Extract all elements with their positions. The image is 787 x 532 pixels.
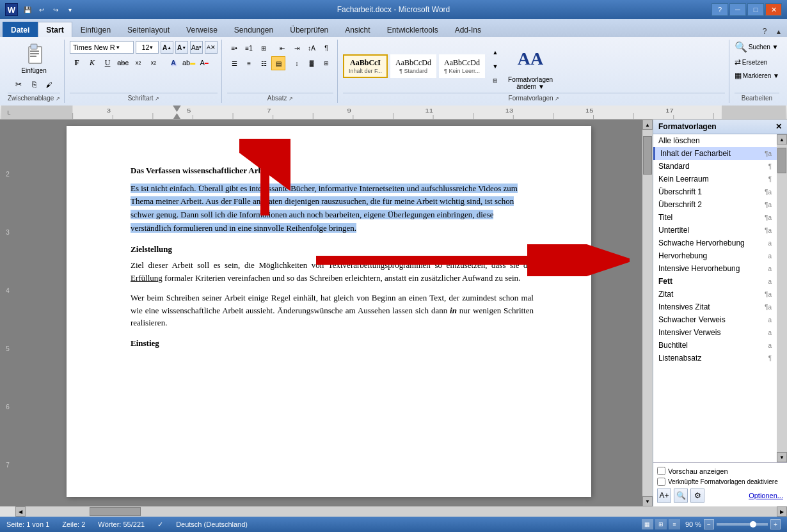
fv-item-hervorhebung[interactable]: Hervorhebung a xyxy=(653,249,777,262)
scroll-thumb[interactable] xyxy=(643,136,652,175)
decrease-indent-btn[interactable]: ⇤ xyxy=(275,41,289,55)
undo-quick-btn[interactable]: ↩ xyxy=(36,4,47,15)
maximize-btn[interactable]: □ xyxy=(747,3,764,16)
text-effects-btn[interactable]: A xyxy=(166,56,180,70)
formatvorlagen-aendern-label[interactable]: Formatvorlagenändern ▼ xyxy=(508,76,553,90)
gallery-up-btn[interactable]: ▲ xyxy=(489,46,502,59)
fv-item-standard[interactable]: Standard ¶ xyxy=(653,160,777,173)
paste-button[interactable]: Einfügen xyxy=(17,41,51,76)
scroll-down-btn[interactable]: ▼ xyxy=(642,496,653,506)
h-scroll-track[interactable] xyxy=(26,506,777,517)
fv-item-ueberschrift2[interactable]: Überschrift 2 ¶a xyxy=(653,198,777,211)
markieren-button[interactable]: ▦ Markieren ▼ xyxy=(735,71,779,80)
style-keinleerraum[interactable]: AaBbCcDd ¶ Kein Leerr... xyxy=(439,54,485,78)
tab-ueberpruefen[interactable]: Überprüfen xyxy=(282,22,337,37)
fv-scroll-up-btn[interactable]: ▲ xyxy=(777,134,787,145)
underline-button[interactable]: U xyxy=(100,56,115,70)
document-page[interactable]: Das Verfassen wissenschaftlicher Arbeite… xyxy=(67,126,591,497)
tab-einfuegen[interactable]: Einfügen xyxy=(72,22,119,37)
ribbon-collapse-icon[interactable]: ▲ xyxy=(773,26,784,37)
strikethrough-button[interactable]: abc xyxy=(116,56,130,70)
fv-item-titel[interactable]: Titel ¶a xyxy=(653,211,777,224)
align-right-btn[interactable]: ☷ xyxy=(257,56,271,70)
fv-item-fett[interactable]: Fett a xyxy=(653,275,777,288)
tab-verweise[interactable]: Verweise xyxy=(178,22,226,37)
font-increase-btn[interactable]: A▲ xyxy=(161,41,173,54)
fv-item-alle-loeschen[interactable]: Alle löschen xyxy=(653,134,777,147)
font-name-selector[interactable]: Times New R ▾ xyxy=(70,41,134,54)
verknuepft-checkbox[interactable] xyxy=(657,478,665,486)
fv-item-schwacher-verweis[interactable]: Schwacher Verweis a xyxy=(653,313,777,326)
style-inhalt[interactable]: AaBbCcI Inhalt der F... xyxy=(343,54,388,78)
zoom-increase-btn[interactable]: + xyxy=(770,519,781,529)
fv-manage-btn[interactable]: ⚙ xyxy=(690,489,704,503)
font-color-btn[interactable]: A▬ xyxy=(197,56,211,70)
tab-seitenlayout[interactable]: Seitenlayout xyxy=(119,22,178,37)
scroll-up-btn[interactable]: ▲ xyxy=(642,120,653,130)
fv-close-btn[interactable]: ✕ xyxy=(775,122,782,131)
fv-item-untertitel[interactable]: Untertitel ¶a xyxy=(653,224,777,237)
tab-start[interactable]: Start xyxy=(38,22,72,37)
customize-quick-btn[interactable]: ▾ xyxy=(64,4,76,15)
fv-scroll-thumb[interactable] xyxy=(777,148,786,173)
change-case-btn[interactable]: Aa▾ xyxy=(190,41,203,54)
fv-v-scrollbar[interactable]: ▲ ▼ xyxy=(777,134,787,462)
suchen-button[interactable]: 🔍 Suchen ▼ xyxy=(735,41,779,53)
h-scroll-left-btn[interactable]: ◀ xyxy=(15,506,26,517)
doc-v-scrollbar[interactable]: ▲ ▼ xyxy=(642,120,653,506)
show-marks-btn[interactable]: ¶ xyxy=(319,41,333,55)
minimize-btn[interactable]: ─ xyxy=(729,3,746,16)
list-bullet-btn[interactable]: ≡• xyxy=(227,41,241,55)
increase-indent-btn[interactable]: ⇥ xyxy=(290,41,304,55)
fv-inspect-btn[interactable]: 🔍 xyxy=(674,489,688,503)
font-decrease-btn[interactable]: A▼ xyxy=(175,41,188,54)
zoom-slider[interactable] xyxy=(717,523,768,526)
change-styles-btn[interactable]: AA xyxy=(514,43,546,75)
view-print-btn[interactable]: ▦ xyxy=(642,519,653,529)
shading-btn[interactable]: ▓ xyxy=(305,56,319,70)
clear-format-btn[interactable]: A✕ xyxy=(205,41,218,54)
h-scrollbar[interactable]: ◀ ▶ xyxy=(15,506,787,517)
highlight-color-btn[interactable]: ab▬ xyxy=(182,56,196,70)
format-painter-button[interactable]: 🖌 xyxy=(42,77,56,91)
tab-sendungen[interactable]: Sendungen xyxy=(226,22,282,37)
redo-quick-btn[interactable]: ↪ xyxy=(50,4,61,15)
save-quick-btn[interactable]: 💾 xyxy=(22,4,33,15)
ersetzen-button[interactable]: ⇄ Ersetzen xyxy=(735,58,779,66)
help-btn[interactable]: ? xyxy=(711,3,728,16)
h-scroll-right-btn[interactable]: ▶ xyxy=(777,506,787,517)
tab-entwicklertools[interactable]: Entwicklertools xyxy=(379,22,447,37)
borders-btn[interactable]: ⊞ xyxy=(319,56,333,70)
fv-scroll-track[interactable] xyxy=(777,145,787,452)
fv-new-style-btn[interactable]: A+ xyxy=(657,489,671,503)
status-spell-check[interactable]: ✓ xyxy=(157,520,163,529)
gallery-more-btn[interactable]: ⊞ xyxy=(489,74,502,87)
align-justify-btn[interactable]: ▤ xyxy=(271,56,285,70)
fv-item-zitat[interactable]: Zitat ¶a xyxy=(653,288,777,301)
superscript-button[interactable]: x2 xyxy=(147,56,161,70)
tab-ansicht[interactable]: Ansicht xyxy=(337,22,378,37)
italic-button[interactable]: K xyxy=(85,56,99,70)
ribbon-help-icon[interactable]: ? xyxy=(759,26,770,37)
scroll-track[interactable] xyxy=(642,130,653,496)
align-left-btn[interactable]: ☰ xyxy=(227,56,241,70)
align-center-btn[interactable]: ≡ xyxy=(242,56,256,70)
fv-item-inhalt[interactable]: Inhalt der Facharbeit ¶a xyxy=(653,147,777,160)
list-number-btn[interactable]: ≡1 xyxy=(242,41,256,55)
view-full-btn[interactable]: ⊞ xyxy=(655,519,667,529)
bold-button[interactable]: F xyxy=(70,56,84,70)
fv-item-intensives-zitat[interactable]: Intensives Zitat ¶a xyxy=(653,301,777,313)
view-web-btn[interactable]: ≡ xyxy=(669,519,680,529)
fv-item-intensiver-verweis[interactable]: Intensiver Verweis a xyxy=(653,326,777,339)
fv-item-buchtitel[interactable]: Buchtitel a xyxy=(653,339,777,352)
subscript-button[interactable]: x2 xyxy=(131,56,145,70)
copy-button[interactable]: ⎘ xyxy=(27,77,41,91)
style-standard[interactable]: AaBbCcDd ¶ Standard xyxy=(390,54,436,78)
vorschau-checkbox[interactable] xyxy=(657,467,665,475)
fv-item-intensive-hervorhebung[interactable]: Intensive Hervorhebung a xyxy=(653,262,777,275)
line-spacing-btn[interactable]: ↕ xyxy=(290,56,304,70)
cut-button[interactable]: ✂ xyxy=(12,77,26,91)
tab-datei[interactable]: Datei xyxy=(3,22,38,37)
fv-item-schwache-hervorhebung[interactable]: Schwache Hervorhebung a xyxy=(653,237,777,249)
fv-item-ueberschrift1[interactable]: Überschrift 1 ¶a xyxy=(653,185,777,198)
